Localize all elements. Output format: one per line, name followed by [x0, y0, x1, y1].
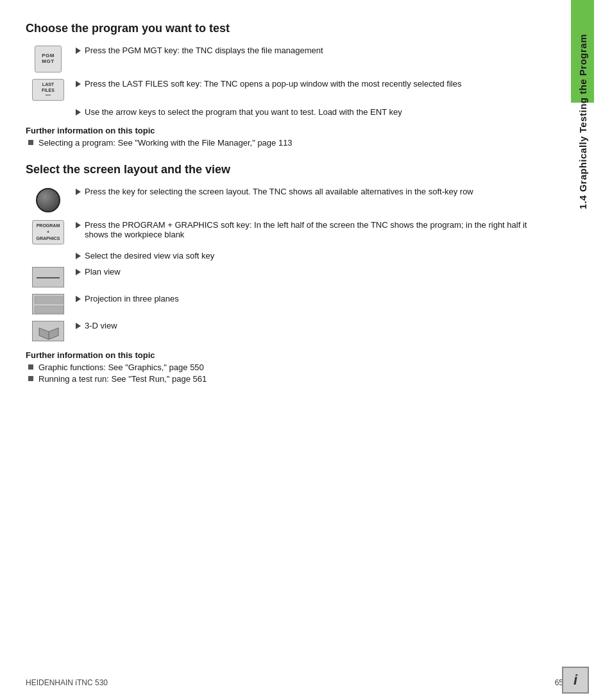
further-info-1-item-0: Selecting a program: See "Working with t…: [26, 138, 545, 148]
step-circle-text-inner: Press the key for selecting the screen l…: [76, 187, 545, 196]
prog-graphics-inner: PROGRAM + GRAPHICS: [37, 223, 60, 241]
svg-rect-2: [35, 306, 63, 313]
step-arrow-keys-text-cell: Use the arrow keys to select the program…: [71, 107, 545, 117]
further-info-2-text-0: Graphic functions: See "Graphics," page …: [38, 363, 204, 372]
pgm-mgt-key: PGM MGT: [35, 46, 62, 73]
triangle-icon-7: [76, 269, 81, 275]
step-three-planes: Projection in three planes: [26, 294, 545, 314]
step-prog-graphics: PROGRAM + GRAPHICS Press the PROGRAM + G…: [26, 220, 545, 244]
step-prog-graphics-text-cell: Press the PROGRAM + GRAPHICS soft key: I…: [71, 220, 545, 239]
section1-title: Choose the program you want to test: [26, 22, 545, 35]
last-files-label-line2: FILES: [42, 87, 55, 93]
step-prog-graphics-text: Press the PROGRAM + GRAPHICS soft key: I…: [85, 220, 545, 239]
three-planes-icon-cell: [26, 294, 71, 314]
step-circle-text-cell: Press the key for selecting the screen l…: [71, 187, 545, 196]
three-planes-key: [32, 294, 64, 314]
footer: HEIDENHAIN iTNC 530 65: [0, 678, 589, 687]
prog-graphics-icon-cell: PROGRAM + GRAPHICS: [26, 220, 71, 244]
side-tab-label: 1.4 Graphically Testing the Program: [571, 0, 594, 257]
3d-view-icon-cell: [26, 321, 71, 341]
step-last-files-text: Press the LAST FILES soft key: The TNC o…: [85, 79, 461, 89]
step-select-view: Select the desired view via soft key: [26, 251, 545, 260]
svg-rect-1: [35, 296, 63, 303]
plan-view-key: [32, 267, 64, 287]
step-three-planes-text-cell: Projection in three planes: [71, 294, 545, 303]
last-files-icon-cell: LAST FILES ▪▪▪▪: [26, 79, 71, 101]
step-circle-text: Press the key for selecting the screen l…: [85, 187, 473, 196]
triangle-icon-4: [76, 189, 81, 195]
prog-label-line2: +: [37, 229, 60, 235]
last-files-label-line3: ▪▪▪▪: [42, 93, 55, 98]
step-3d-view-text: 3-D view: [85, 321, 117, 330]
three-planes-svg: [33, 295, 64, 314]
step-pgm-mgt-text-inner: Press the PGM MGT key: the TNC displays …: [76, 46, 545, 55]
further-info-2-item-0: Graphic functions: See "Graphics," page …: [26, 363, 545, 372]
step-pgm-mgt-text-cell: Press the PGM MGT key: the TNC displays …: [71, 46, 545, 55]
step-last-files: LAST FILES ▪▪▪▪ Press the LAST FILES sof…: [26, 79, 545, 101]
step-prog-graphics-text-inner: Press the PROGRAM + GRAPHICS soft key: I…: [76, 220, 545, 239]
step-3d-view-text-cell: 3-D view: [71, 321, 545, 330]
pgm-mgt-icon-cell: PGM MGT: [26, 46, 71, 73]
triangle-icon: [76, 47, 81, 54]
step-circle-key: Press the key for selecting the screen l…: [26, 187, 545, 214]
plan-view-inner: [33, 268, 64, 287]
page-container: Choose the program you want to test PGM …: [0, 0, 612, 700]
side-tab: 1.4 Graphically Testing the Program: [571, 0, 594, 700]
triangle-icon-9: [76, 323, 81, 329]
further-info-2: Further information on this topic Graphi…: [26, 350, 545, 384]
last-files-key: LAST FILES ▪▪▪▪: [32, 79, 64, 101]
section2-title: Select the screen layout and the view: [26, 163, 545, 176]
step-3d-view-text-inner: 3-D view: [76, 321, 545, 330]
step-select-view-text-inner: Select the desired view via soft key: [76, 251, 545, 260]
step-three-planes-text: Projection in three planes: [85, 294, 179, 303]
square-bullet-icon-2: [28, 364, 33, 370]
circle-key-wrap: [35, 187, 62, 214]
step-3d-view: 3-D view: [26, 321, 545, 341]
pgm-mgt-key-inner: PGM MGT: [42, 53, 55, 65]
step-pgm-mgt: PGM MGT Press the PGM MGT key: the TNC d…: [26, 46, 545, 73]
further-info-2-title: Further information on this topic: [26, 350, 545, 360]
pgm-key-bottom-label: MGT: [42, 59, 54, 65]
circle-key-shape: [36, 188, 60, 212]
step-select-view-text: Select the desired view via soft key: [85, 251, 214, 260]
last-files-label-line1: LAST: [42, 81, 55, 87]
step-plan-view-text-inner: Plan view: [76, 267, 545, 277]
step-pgm-mgt-text: Press the PGM MGT key: the TNC displays …: [85, 46, 323, 55]
last-files-key-inner: LAST FILES ▪▪▪▪: [42, 81, 55, 98]
3d-view-key: [32, 321, 64, 341]
step-last-files-text-cell: Press the LAST FILES soft key: The TNC o…: [71, 79, 545, 89]
main-content: Choose the program you want to test PGM …: [0, 0, 571, 700]
triangle-icon-6: [76, 253, 81, 259]
step-arrow-keys: Use the arrow keys to select the program…: [26, 107, 545, 117]
further-info-1: Further information on this topic Select…: [26, 126, 545, 148]
further-info-1-title: Further information on this topic: [26, 126, 545, 135]
step-plan-view: Plan view: [26, 267, 545, 287]
3d-view-svg: [33, 321, 64, 341]
info-icon-box: i: [562, 667, 589, 694]
step-arrow-keys-text-inner: Use the arrow keys to select the program…: [76, 107, 545, 117]
further-info-1-text-0: Selecting a program: See "Working with t…: [38, 138, 293, 148]
info-icon: i: [574, 672, 577, 688]
step-plan-view-text: Plan view: [85, 267, 121, 277]
step-arrow-keys-text: Use the arrow keys to select the program…: [85, 107, 402, 117]
triangle-icon-5: [76, 222, 81, 228]
side-tab-text: 1.4 Graphically Testing the Program: [577, 34, 588, 222]
prog-label-line1: PROGRAM: [37, 223, 60, 229]
triangle-icon-8: [76, 296, 81, 302]
step-select-view-text-cell: Select the desired view via soft key: [71, 251, 545, 260]
step-plan-view-text-cell: Plan view: [71, 267, 545, 277]
square-bullet-icon-3: [28, 376, 33, 381]
square-bullet-icon: [28, 140, 33, 145]
prog-graphics-key: PROGRAM + GRAPHICS: [32, 220, 64, 244]
triangle-icon-2: [76, 81, 81, 87]
further-info-2-item-1: Running a test run: See "Test Run," page…: [26, 374, 545, 384]
plan-view-icon-cell: [26, 267, 71, 287]
further-info-2-text-1: Running a test run: See "Test Run," page…: [38, 374, 207, 384]
step-last-files-text-inner: Press the LAST FILES soft key: The TNC o…: [76, 79, 545, 89]
step-three-planes-text-inner: Projection in three planes: [76, 294, 545, 303]
prog-label-line3: GRAPHICS: [37, 235, 60, 242]
circle-key-icon-cell: [26, 187, 71, 214]
triangle-icon-3: [76, 109, 81, 115]
footer-left: HEIDENHAIN iTNC 530: [26, 678, 108, 687]
